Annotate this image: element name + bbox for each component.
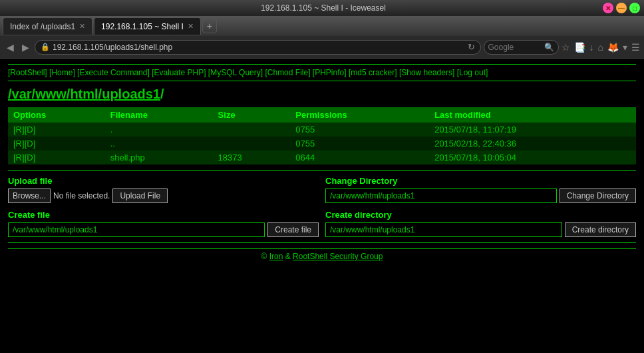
- reload-button[interactable]: ↻: [468, 42, 475, 52]
- col-size: Size: [213, 107, 291, 123]
- change-dir-section: Change Directory Change Directory: [325, 176, 636, 203]
- divider-2: [8, 242, 636, 243]
- option-d-link[interactable]: [D]: [25, 125, 36, 135]
- tab-index-close[interactable]: ✕: [79, 22, 85, 31]
- table-row: [R][D]shell.php1837306442015/07/18, 10:0…: [8, 151, 636, 165]
- filename-link[interactable]: ..: [110, 139, 115, 149]
- home-icon[interactable]: ⌂: [598, 42, 603, 53]
- toolbar-icons: ☆ 📑 ↓ ⌂ 🦊 ▾ ☰: [562, 42, 640, 53]
- upload-file-button[interactable]: Upload File: [112, 188, 168, 203]
- col-permissions: Permissions: [290, 107, 429, 123]
- path-trailing-slash: /: [160, 87, 164, 101]
- nav-phpinfo[interactable]: [PHPinfo]: [313, 68, 347, 77]
- file-size: 18373: [213, 151, 291, 165]
- nav-evaluate-php[interactable]: [Evaluate PHP]: [152, 68, 206, 77]
- titlebar: 192.168.1.105 ~ Shell I - Iceweasel ✕ — …: [0, 0, 644, 16]
- create-file-label: Create file: [8, 210, 319, 220]
- create-dir-button[interactable]: Create directory: [565, 222, 636, 237]
- nav-mysql-query[interactable]: [MySQL Query]: [208, 68, 263, 77]
- download-icon[interactable]: ↓: [589, 42, 594, 53]
- urlbar: ◀ ▶ 🔒 ↻ 🔍 ☆ 📑 ↓ ⌂ 🦊 ▾ ☰: [0, 36, 644, 59]
- filename-link[interactable]: shell.php: [110, 153, 145, 163]
- forward-button[interactable]: ▶: [19, 41, 32, 54]
- tab-shell-close[interactable]: ✕: [188, 22, 194, 31]
- permissions-link[interactable]: 0755: [295, 125, 315, 135]
- chevron-down-icon[interactable]: ▾: [623, 42, 627, 53]
- create-file-section: Create file Create file: [8, 210, 319, 237]
- col-modified: Last modified: [429, 107, 636, 123]
- file-size: [213, 123, 291, 137]
- option-r-link[interactable]: [R]: [13, 153, 25, 163]
- minimize-button[interactable]: —: [616, 3, 627, 13]
- file-size: [213, 137, 291, 151]
- change-dir-input[interactable]: [325, 188, 557, 203]
- change-dir-button[interactable]: Change Directory: [560, 188, 636, 203]
- search-icon[interactable]: 🔍: [544, 43, 554, 52]
- path-html[interactable]: html: [70, 87, 98, 101]
- create-file-row: Create file: [8, 222, 319, 237]
- change-dir-row: Change Directory: [325, 188, 636, 203]
- option-d-link[interactable]: [D]: [25, 139, 36, 149]
- option-r-link[interactable]: [R]: [13, 139, 25, 149]
- last-modified: 2015/07/18, 11:07:19: [429, 123, 636, 137]
- tab-shell-label: 192.168.1.105 ~ Shell I: [101, 22, 184, 31]
- nav-links: [RootShell] [Home] [Execute Command] [Ev…: [8, 64, 636, 81]
- bookmark-star-icon[interactable]: ☆: [562, 42, 570, 53]
- titlebar-buttons: ✕ — □: [603, 3, 640, 13]
- titlebar-title: 192.168.1.105 ~ Shell I - Iceweasel: [44, 3, 603, 13]
- create-dir-label: Create directory: [325, 210, 636, 220]
- table-header-row: Options Filename Size Permissions Last m…: [8, 107, 636, 123]
- tab-shell[interactable]: 192.168.1.105 ~ Shell I ✕: [94, 17, 201, 35]
- upload-section: Upload file Browse... No file selected. …: [8, 176, 319, 203]
- permissions-link[interactable]: 0644: [295, 153, 315, 163]
- table-row: [R][D].07552015/07/18, 11:07:19: [8, 123, 636, 137]
- nav-home[interactable]: [Home]: [49, 68, 75, 77]
- new-tab-button[interactable]: +: [202, 19, 217, 33]
- firefox-icon[interactable]: 🦊: [607, 42, 619, 53]
- bookmark-icon[interactable]: 📑: [574, 42, 585, 53]
- tab-index-label: Index of /uploads1: [10, 22, 75, 31]
- create-file-button[interactable]: Create file: [267, 222, 319, 237]
- divider-1: [8, 170, 636, 171]
- search-box: 🔍: [484, 40, 559, 55]
- tabbar: Index of /uploads1 ✕ 192.168.1.105 ~ She…: [0, 16, 644, 36]
- col-filename: Filename: [105, 107, 213, 123]
- create-dir-section: Create directory Create directory: [325, 210, 636, 237]
- file-table: Options Filename Size Permissions Last m…: [8, 107, 636, 165]
- nav-rootshell[interactable]: [RootShell]: [8, 68, 47, 77]
- option-d-link[interactable]: [D]: [25, 153, 36, 163]
- footer-prefix: ©: [261, 252, 267, 261]
- browser-content: [RootShell] [Home] [Execute Command] [Ev…: [0, 59, 644, 353]
- last-modified: 2015/02/18, 22:40:36: [429, 137, 636, 151]
- path-uploads1[interactable]: uploads1: [102, 87, 160, 101]
- footer-iron-link[interactable]: Iron: [269, 252, 283, 261]
- create-file-input[interactable]: [8, 222, 265, 237]
- bottom-sections: Upload file Browse... No file selected. …: [8, 176, 636, 237]
- maximize-button[interactable]: □: [629, 3, 640, 13]
- current-path: /var/www/html/uploads1/: [8, 87, 636, 102]
- table-row: [R][D]..07552015/02/18, 22:40:36: [8, 137, 636, 151]
- upload-label: Upload file: [8, 176, 319, 186]
- tab-index[interactable]: Index of /uploads1 ✕: [3, 17, 92, 35]
- create-dir-row: Create directory: [325, 222, 636, 237]
- option-r-link[interactable]: [R]: [13, 125, 25, 135]
- path-var[interactable]: var: [12, 87, 32, 101]
- nav-execute-command[interactable]: [Execute Command]: [77, 68, 150, 77]
- nav-log-out[interactable]: [Log out]: [457, 68, 488, 77]
- search-input[interactable]: [488, 43, 542, 52]
- url-input[interactable]: [46, 40, 468, 55]
- permissions-link[interactable]: 0755: [295, 139, 315, 149]
- close-button[interactable]: ✕: [603, 3, 613, 13]
- create-dir-input[interactable]: [325, 222, 562, 237]
- browse-button[interactable]: Browse...: [8, 188, 51, 203]
- last-modified: 2015/07/18, 10:05:04: [429, 151, 636, 165]
- filename-link[interactable]: .: [110, 125, 113, 135]
- nav-chmod-file[interactable]: [Chmod File]: [265, 68, 310, 77]
- back-button[interactable]: ◀: [4, 41, 17, 54]
- path-www[interactable]: www: [35, 87, 67, 101]
- change-dir-label: Change Directory: [325, 176, 636, 186]
- footer-rootshell-link[interactable]: RootShell Security Group: [293, 252, 383, 261]
- nav-md5-cracker[interactable]: [md5 cracker]: [349, 68, 397, 77]
- nav-show-headers[interactable]: [Show headers]: [399, 68, 454, 77]
- menu-icon[interactable]: ☰: [631, 42, 640, 53]
